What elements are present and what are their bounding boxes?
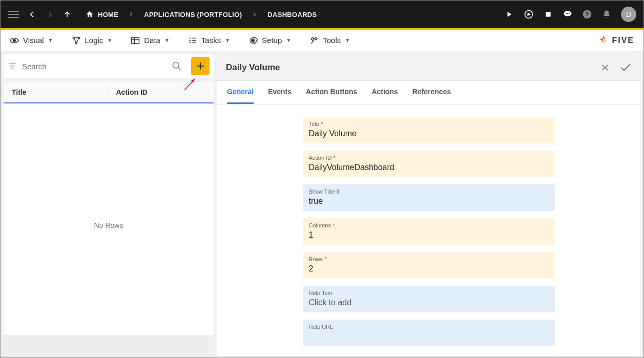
help-url-input[interactable] (309, 332, 549, 341)
svg-text:?: ? (585, 11, 589, 17)
breadcrumb-home[interactable]: HOME (86, 10, 118, 18)
menu-tools[interactable]: Tools ▼ (309, 36, 350, 45)
confirm-icon[interactable] (620, 62, 631, 73)
logic-icon (72, 36, 81, 45)
action-id-input[interactable] (309, 163, 549, 172)
avatar[interactable]: D (621, 7, 636, 22)
field-columns[interactable]: Columns * (303, 218, 555, 245)
tab-actions[interactable]: Actions (371, 81, 398, 104)
svg-point-14 (173, 62, 179, 69)
stop-icon[interactable] (543, 9, 553, 19)
menu-visual[interactable]: Visual ▼ (10, 36, 53, 45)
tab-events[interactable]: Events (268, 81, 292, 104)
menu-setup[interactable]: Setup ▼ (248, 36, 291, 45)
play-icon[interactable] (504, 9, 514, 19)
columns-input[interactable] (309, 230, 549, 240)
show-title-if-input[interactable] (309, 197, 549, 206)
tab-general[interactable]: General (227, 81, 254, 104)
search-input[interactable] (22, 62, 169, 71)
caret-down-icon: ▼ (225, 37, 230, 43)
caret-down-icon: ▼ (164, 37, 170, 43)
caret-down-icon: ▼ (286, 37, 291, 43)
svg-point-8 (13, 39, 16, 41)
caret-down-icon: ▼ (345, 37, 350, 43)
debug-icon[interactable] (524, 9, 534, 19)
svg-point-4 (567, 13, 568, 14)
tab-references[interactable]: References (412, 81, 451, 104)
list-footer (4, 335, 214, 355)
menu-logic[interactable]: Logic ▼ (72, 36, 113, 45)
breadcrumb-dashboards[interactable]: DASHBOARDS (267, 11, 317, 18)
svg-point-13 (252, 39, 255, 41)
menu-tasks[interactable]: Tasks ▼ (188, 36, 230, 45)
field-help-text[interactable]: Help Text (303, 286, 555, 312)
eye-icon (10, 36, 19, 45)
field-help-url[interactable]: Help URL (303, 320, 555, 346)
empty-state-text: No Rows (94, 221, 123, 229)
filter-icon[interactable] (8, 62, 19, 70)
svg-point-11 (75, 42, 77, 44)
svg-rect-12 (132, 37, 139, 44)
add-button[interactable] (191, 57, 210, 75)
caret-down-icon: ▼ (107, 37, 112, 43)
help-text-input[interactable] (309, 298, 549, 307)
help-icon[interactable]: ? (582, 9, 592, 19)
chat-icon[interactable] (563, 9, 573, 19)
menu-data[interactable]: Data ▼ (131, 36, 170, 45)
tools-icon (309, 36, 319, 45)
tasks-icon (188, 36, 197, 45)
close-icon[interactable] (599, 62, 611, 73)
bell-icon[interactable] (601, 9, 612, 19)
field-rows[interactable]: Rows * (303, 252, 555, 279)
svg-point-9 (73, 37, 74, 38)
list-header: Title Action ID (4, 81, 214, 103)
column-divider (109, 87, 109, 97)
page-title: Daily Volume (226, 62, 280, 73)
field-title[interactable]: Title * (303, 117, 555, 143)
title-input[interactable] (309, 129, 549, 138)
field-show-title-if[interactable]: Show Title If (303, 184, 555, 211)
svg-rect-1 (546, 12, 550, 16)
nav-forward-icon (46, 10, 54, 18)
nav-up-icon[interactable] (63, 10, 71, 18)
chevron-right-icon (129, 12, 134, 17)
field-action-id[interactable]: Action ID * (303, 151, 555, 177)
breadcrumb: HOME APPLICATIONS (PORTFOLIO) DASHBOARDS (86, 10, 317, 18)
list-column-actionid[interactable]: Action ID (116, 88, 206, 96)
tab-action-buttons[interactable]: Action Buttons (306, 81, 357, 104)
gear-icon (248, 36, 258, 45)
list-column-title[interactable]: Title (12, 88, 101, 96)
breadcrumb-apps[interactable]: APPLICATIONS (PORTFOLIO) (144, 11, 242, 18)
rows-input[interactable] (309, 264, 549, 273)
menu-hamburger[interactable] (8, 9, 19, 20)
chevron-right-icon (252, 12, 257, 17)
table-icon (131, 36, 140, 45)
search-icon[interactable] (172, 61, 186, 71)
caret-down-icon: ▼ (48, 37, 53, 43)
svg-point-5 (569, 13, 570, 14)
brand-logo: FIVE (597, 35, 634, 46)
list-body: No Rows (4, 103, 214, 335)
svg-point-3 (566, 13, 567, 14)
nav-back-icon[interactable] (28, 10, 36, 18)
svg-point-10 (78, 37, 79, 38)
